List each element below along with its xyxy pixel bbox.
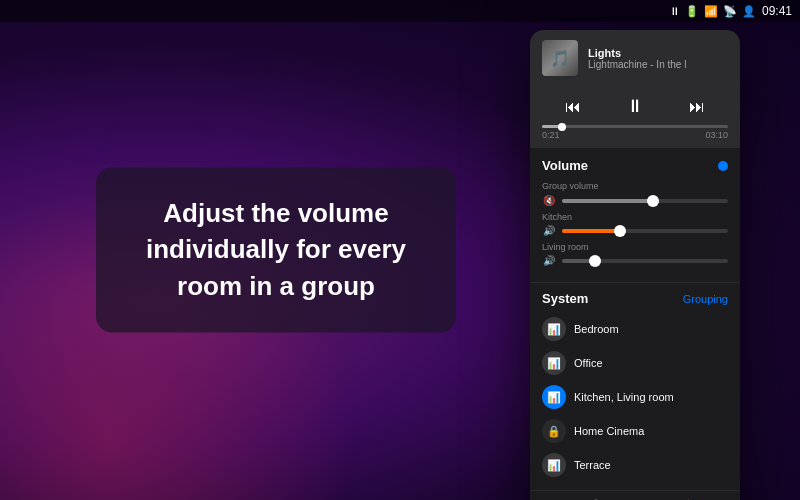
main-text-block: Adjust the volume individually for every… [96, 167, 456, 332]
kitchen-living-icon: 📊 [542, 385, 566, 409]
group-volume-thumb [647, 195, 659, 207]
main-headline: Adjust the volume individually for every… [132, 195, 420, 304]
group-volume-label: Group volume [542, 181, 728, 191]
user-icon: 👤 [742, 5, 756, 18]
album-art: 🎵 [542, 40, 578, 76]
prev-button[interactable]: ⏮ [559, 96, 587, 118]
progress-bar[interactable] [542, 125, 728, 128]
volume-label: Volume [542, 158, 588, 173]
living-room-vol-icon: 🔊 [542, 255, 556, 266]
home-cinema-icon: 🔒 [542, 419, 566, 443]
room-bedroom[interactable]: 📊 Bedroom [542, 312, 728, 346]
kitchen-slider-track[interactable] [562, 229, 728, 233]
room-terrace[interactable]: 📊 Terrace [542, 448, 728, 482]
system-header: System Grouping [542, 291, 728, 306]
terrace-name: Terrace [574, 459, 611, 471]
living-room-slider-thumb [589, 255, 601, 267]
group-volume-slider-row: 🔇 [542, 195, 728, 206]
bottom-bar: 🎤 Voice message 🌙 Sleep timer [530, 490, 740, 500]
next-button[interactable]: ⏭ [683, 96, 711, 118]
system-section: System Grouping 📊 Bedroom 📊 Office 📊 Kit… [530, 282, 740, 490]
volume-header: Volume [542, 158, 728, 173]
menubar-icons: ⏸ 🔋 📶 📡 👤 [669, 5, 756, 18]
track-title: Lights [588, 47, 728, 59]
controls-row: ⏮ ⏸ ⏭ [542, 94, 728, 119]
kitchen-label: Kitchen [542, 212, 728, 222]
menu-icon-2: 🔋 [685, 5, 699, 18]
terrace-icon: 📊 [542, 453, 566, 477]
group-volume-track[interactable] [562, 199, 728, 203]
track-artist: Lightmachine - In the l [588, 59, 728, 70]
volume-low-icon: 🔇 [542, 195, 556, 206]
menu-icon-1: ⏸ [669, 5, 680, 17]
elapsed-time: 0:21 [542, 130, 560, 140]
progress-thumb [558, 123, 566, 131]
kitchen-slider-fill [562, 229, 620, 233]
system-label: System [542, 291, 588, 306]
room-kitchen-living[interactable]: 📊 Kitchen, Living room [542, 380, 728, 414]
kitchen-slider-thumb [614, 225, 626, 237]
kitchen-vol-icon: 🔊 [542, 225, 556, 236]
room-office[interactable]: 📊 Office [542, 346, 728, 380]
bedroom-name: Bedroom [574, 323, 619, 335]
volume-section: Volume Group volume 🔇 Kitchen 🔊 Living r… [530, 148, 740, 282]
time-row: 0:21 03:10 [542, 130, 728, 140]
playback-controls: ⏮ ⏸ ⏭ 0:21 03:10 [530, 86, 740, 148]
airplay-icon: 📡 [723, 5, 737, 18]
wifi-icon: 📶 [704, 5, 718, 18]
phone-panel: 🎵 Lights Lightmachine - In the l ⏮ ⏸ ⏭ 0… [530, 30, 740, 500]
menubar-time: 09:41 [762, 4, 792, 18]
room-home-cinema[interactable]: 🔒 Home Cinema [542, 414, 728, 448]
menubar: ⏸ 🔋 📶 📡 👤 09:41 [0, 0, 800, 22]
track-info: Lights Lightmachine - In the l [588, 47, 728, 70]
group-volume-fill [562, 199, 653, 203]
bedroom-icon: 📊 [542, 317, 566, 341]
volume-dot [718, 161, 728, 171]
home-cinema-name: Home Cinema [574, 425, 644, 437]
now-playing-section: 🎵 Lights Lightmachine - In the l [530, 30, 740, 86]
grouping-label[interactable]: Grouping [683, 293, 728, 305]
progress-bar-container [542, 125, 728, 128]
living-room-slider-row: 🔊 [542, 255, 728, 266]
office-icon: 📊 [542, 351, 566, 375]
kitchen-living-name: Kitchen, Living room [574, 391, 674, 403]
total-time: 03:10 [705, 130, 728, 140]
kitchen-slider-row: 🔊 [542, 225, 728, 236]
office-name: Office [574, 357, 603, 369]
living-room-label: Living room [542, 242, 728, 252]
living-room-slider-track[interactable] [562, 259, 728, 263]
play-pause-button[interactable]: ⏸ [620, 94, 650, 119]
